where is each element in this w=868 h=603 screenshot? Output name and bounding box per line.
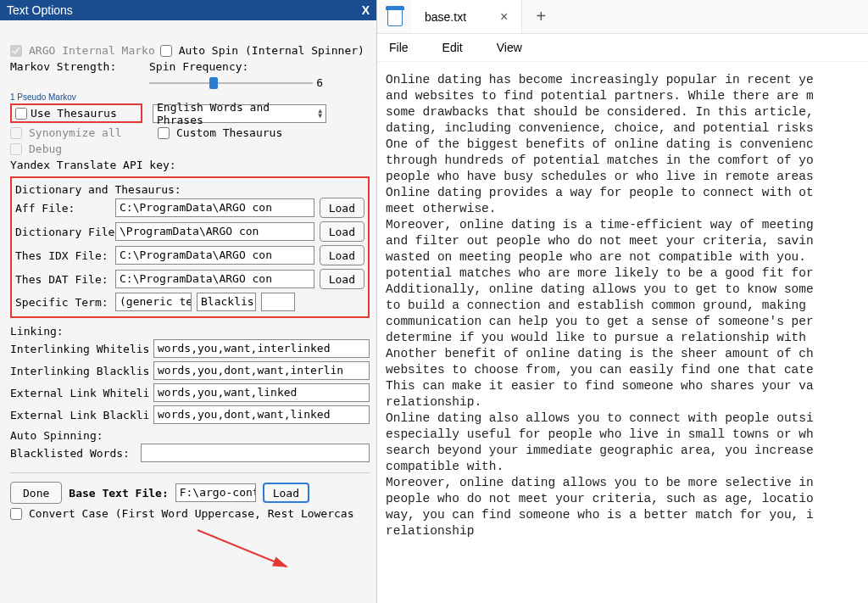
base-text-file-input[interactable]: F:\argo-cont [175,483,256,502]
notepad-tabbar: base.txt × + [377,0,868,34]
interlink-whitelist-label: Interlinking Whitelis [10,343,150,355]
blacklisted-words-label: Blacklisted Words: [10,447,137,460]
thes-idx-file-label: Thes IDX File: [15,249,110,262]
base-text-file-load-button[interactable]: Load [263,483,309,503]
blacklisted-words-input[interactable] [141,444,370,462]
external-blacklist-input[interactable]: words,you,dont,want,linked [153,405,370,424]
dict-section-label: Dictionary and Thesaurus: [15,183,364,196]
thesaurus-select-value: English Words and Phrases [157,101,318,126]
dialog-titlebar: Text Options X [0,0,376,20]
specific-term-label: Specific Term: [15,296,110,309]
specific-term-input-1[interactable]: (generic ter [115,293,192,311]
interlink-whitelist-input[interactable]: words,you,want,interlinked [153,339,370,358]
debug-label: Debug [29,142,62,155]
argo-internal-markov-checkbox[interactable] [10,45,22,57]
notepad-window: base.txt × + File Edit View Online datin… [377,0,868,603]
specific-term-input-2[interactable]: Blacklis [197,293,256,311]
specific-term-input-3[interactable] [261,293,295,311]
menu-file[interactable]: File [389,41,409,54]
notepad-body[interactable]: Online dating has become increasingly po… [377,62,868,539]
tab-close-icon[interactable]: × [500,9,508,25]
notepad-menubar: File Edit View [377,34,868,62]
use-thesaurus-checkbox[interactable] [15,108,27,120]
notepad-app-icon [386,6,404,28]
custom-thesaurus-label: Custom Thesaurus [176,126,282,139]
external-blacklist-label: External Link Blackli [10,409,150,422]
text-options-dialog: Text Options X ARGO Internal Marko Auto … [0,0,377,603]
thes-idx-file-load-button[interactable]: Load [320,245,364,265]
convert-case-label: Convert Case (First Word Uppercase, Rest… [29,507,354,520]
interlink-blacklist-input[interactable]: words,you,dont,want,interlin [153,361,370,380]
synonymize-all-checkbox[interactable] [10,127,22,139]
auto-spin-label: Auto Spin (Internal Spinner) [179,44,364,57]
spin-frequency-label: Spin Frequency: [149,60,248,73]
menu-edit[interactable]: Edit [442,41,463,54]
new-tab-button[interactable]: + [522,7,559,26]
done-button[interactable]: Done [10,482,62,504]
notepad-tab[interactable]: base.txt × [411,0,522,33]
dictionary-file-label: Dictionary File: [15,226,110,238]
thesaurus-select[interactable]: English Words and Phrases ▲▼ [153,104,326,123]
menu-view[interactable]: View [497,41,522,54]
synonymize-all-label: Synonymize all [29,126,141,139]
aff-file-load-button[interactable]: Load [320,198,364,218]
custom-thesaurus-checkbox[interactable] [158,127,170,139]
dictionary-thesaurus-section: Dictionary and Thesaurus: Aff File: C:\P… [10,176,370,318]
interlink-blacklist-label: Interlinking Blacklis [10,365,150,377]
annotation-arrow-icon [193,526,303,577]
notepad-tab-title: base.txt [425,10,466,24]
aff-file-label: Aff File: [15,202,110,215]
auto-spin-checkbox[interactable] [160,45,172,57]
auto-spinning-label: Auto Spinning: [10,429,370,442]
spin-frequency-value: 6 [316,76,323,89]
spinner-icon: ▲▼ [318,109,322,119]
dictionary-file-load-button[interactable]: Load [320,221,364,242]
close-icon[interactable]: X [362,3,370,17]
thes-dat-file-input[interactable]: C:\ProgramData\ARGO con [115,270,314,288]
external-whitelist-input[interactable]: words,you,want,linked [153,383,370,402]
thes-dat-file-label: Thes DAT File: [15,273,110,286]
external-whitelist-label: External Link Whiteli [10,387,150,399]
svg-line-0 [198,530,287,567]
thes-idx-file-input[interactable]: C:\ProgramData\ARGO con [115,246,314,265]
linking-label: Linking: [10,325,370,338]
base-text-file-label: Base Text File: [69,487,168,500]
convert-case-checkbox[interactable] [10,508,22,520]
dialog-title: Text Options [7,3,73,17]
argo-internal-markov-label: ARGO Internal Marko [29,44,155,57]
aff-file-input[interactable]: C:\ProgramData\ARGO con [115,198,314,217]
spin-frequency-slider[interactable]: 6 [149,76,323,89]
debug-checkbox[interactable] [10,143,22,155]
use-thesaurus-label: Use Thesaurus [31,107,117,120]
yandex-label: Yandex Translate API key: [10,159,370,171]
markov-strength-label: Markov Strength: [10,60,146,73]
thes-dat-file-load-button[interactable]: Load [320,269,364,289]
dictionary-file-input[interactable]: \ProgramData\ARGO con [115,222,314,241]
